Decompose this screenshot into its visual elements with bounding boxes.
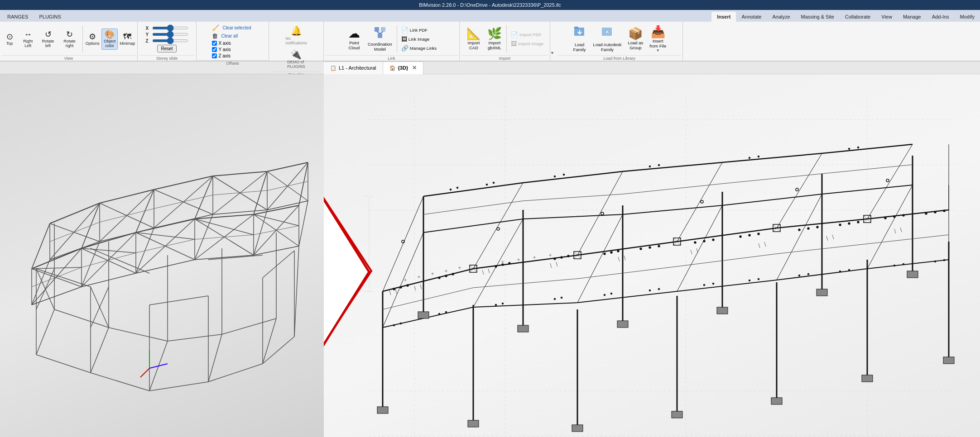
point-cloud-icon: ☁ bbox=[348, 28, 360, 39]
rotate-right-icon: ↻ bbox=[66, 30, 73, 38]
tab-annotate[interactable]: Annotate bbox=[736, 12, 767, 22]
svg-line-269 bbox=[556, 262, 557, 266]
right-3d-view[interactable] bbox=[324, 74, 980, 437]
view-tab-3d[interactable]: 🏠 {3D} ✕ bbox=[383, 62, 424, 74]
btn-load-autodesk-family[interactable]: A Load AutodeskFamily bbox=[591, 23, 625, 55]
checkbox-z-axis[interactable] bbox=[212, 53, 217, 58]
clear-selected-button[interactable]: Clear selected bbox=[221, 24, 253, 31]
svg-line-134 bbox=[677, 205, 722, 291]
svg-point-239 bbox=[749, 157, 750, 159]
svg-line-4 bbox=[380, 32, 383, 33]
tab-collaborate[interactable]: Collaborate bbox=[840, 12, 876, 22]
tab-massing[interactable]: Massing & Site bbox=[796, 12, 840, 22]
btn-link-pdf[interactable]: 📄 Link PDF bbox=[399, 26, 439, 34]
btn-import-cad-label: ImportCAD bbox=[468, 40, 480, 50]
btn-rotate-right[interactable]: ↻ Rotate right bbox=[59, 29, 81, 49]
svg-point-224 bbox=[807, 273, 809, 275]
svg-point-220 bbox=[712, 283, 714, 285]
checkbox-x-label: X axis bbox=[218, 41, 231, 46]
btn-load-as-group[interactable]: 📦 Load asGroup bbox=[625, 23, 646, 55]
demo-label: DEMO ofPLUGINS bbox=[287, 60, 305, 69]
view-tab-3d-close[interactable]: ✕ bbox=[412, 65, 417, 71]
btn-object-color[interactable]: 🎨 Objectcolor bbox=[101, 28, 118, 50]
link-small-buttons: 📄 Link PDF 🖼 Link Image 🔗 Manage Links bbox=[399, 23, 439, 55]
checkbox-z-row: Z axis bbox=[212, 53, 231, 58]
btn-manage-links-label: Manage Links bbox=[410, 46, 437, 51]
slider-x[interactable] bbox=[152, 27, 188, 29]
svg-point-202 bbox=[894, 216, 896, 218]
tab-analyze[interactable]: Analyze bbox=[767, 12, 795, 22]
tab-modify[interactable]: Modify bbox=[955, 12, 980, 22]
btn-top[interactable]: ⊙ Top bbox=[1, 31, 18, 47]
btn-import-pdf[interactable]: 📄 Import PDF bbox=[509, 30, 546, 39]
selected-label: selected bbox=[234, 25, 251, 30]
object-color-icon: 🎨 bbox=[105, 30, 115, 38]
svg-point-215 bbox=[604, 294, 605, 296]
btn-import-gbxml[interactable]: 🌿 ImportgbXML bbox=[485, 23, 504, 55]
reset-button[interactable]: Reset bbox=[157, 45, 176, 52]
svg-line-101 bbox=[140, 368, 149, 377]
svg-line-83 bbox=[208, 334, 222, 382]
btn-load-family[interactable]: LoadFamily bbox=[570, 23, 590, 55]
svg-line-131 bbox=[383, 233, 423, 328]
svg-line-266 bbox=[482, 270, 484, 275]
svg-rect-249 bbox=[377, 407, 388, 413]
svg-line-70 bbox=[32, 267, 82, 269]
svg-line-278 bbox=[894, 229, 896, 233]
demo-icon: 🔌 bbox=[290, 49, 302, 60]
svg-rect-257 bbox=[518, 325, 528, 332]
btn-rotate-left-label: Rotate left bbox=[40, 39, 55, 48]
btn-rotate-left[interactable]: ↺ Rotate left bbox=[38, 29, 58, 49]
svg-line-58 bbox=[32, 223, 50, 269]
svg-point-242 bbox=[857, 147, 859, 148]
btn-manage-links[interactable]: 🔗 Manage Links bbox=[399, 44, 439, 52]
svg-point-183 bbox=[604, 253, 606, 255]
btn-options[interactable]: ⚙ Options bbox=[84, 31, 101, 47]
import-image-icon: 🖼 bbox=[511, 40, 517, 47]
btn-coordination-model[interactable]: CoordinationModel bbox=[365, 23, 395, 55]
svg-line-87 bbox=[109, 328, 168, 341]
btn-load-autodesk-family-label: Load AutodeskFamily bbox=[593, 42, 622, 52]
svg-point-222 bbox=[758, 278, 759, 280]
svg-line-263 bbox=[395, 289, 397, 294]
tab-ranges[interactable]: RANGES bbox=[2, 12, 34, 22]
slider-z[interactable] bbox=[152, 39, 188, 42]
btn-link-image[interactable]: 🖼 Link Image bbox=[399, 35, 439, 43]
svg-line-268 bbox=[550, 263, 552, 268]
svg-point-218 bbox=[658, 288, 660, 290]
tab-plugins[interactable]: PLUGINS bbox=[34, 12, 66, 22]
view-tab-l1-architectural[interactable]: 📋 L1 - Architectural bbox=[324, 62, 383, 74]
btn-minimap[interactable]: 🗺 Minimap bbox=[119, 31, 136, 47]
svg-point-231 bbox=[450, 189, 452, 190]
clear-all-row: 🗑 Clear all bbox=[212, 33, 240, 39]
ribbon-content: ⊙ Top ↔ Right Left ↺ Rotate left ↻ Rotat… bbox=[0, 22, 980, 62]
demo-plugins-button[interactable]: 🔌 DEMO ofPLUGINS bbox=[285, 48, 307, 70]
checkbox-y-axis[interactable] bbox=[212, 47, 217, 52]
svg-point-181 bbox=[561, 256, 563, 259]
tab-insert[interactable]: Insert bbox=[711, 12, 736, 22]
btn-right-left[interactable]: ↔ Right Left bbox=[19, 29, 37, 49]
btn-point-cloud[interactable]: ☁ PointCloud bbox=[344, 23, 364, 55]
slider-y[interactable] bbox=[152, 33, 188, 36]
options-icon: ⚙ bbox=[89, 33, 96, 41]
clear-all-button[interactable]: Clear all bbox=[219, 33, 240, 39]
svg-rect-1 bbox=[381, 27, 385, 32]
svg-rect-2 bbox=[378, 33, 382, 38]
btn-insert-from-file[interactable]: 📥 Insertfrom File ▼ bbox=[647, 23, 669, 55]
checkbox-x-axis[interactable] bbox=[212, 41, 217, 46]
svg-line-72 bbox=[136, 233, 195, 239]
svg-point-214 bbox=[561, 297, 562, 299]
svg-point-174 bbox=[438, 277, 441, 279]
btn-import-cad[interactable]: 📐 ImportCAD bbox=[464, 23, 484, 55]
svg-point-247 bbox=[796, 188, 798, 191]
import-expand[interactable]: ▼ bbox=[550, 22, 556, 61]
svg-line-86 bbox=[54, 309, 109, 328]
btn-import-image[interactable]: 🖼 Import Image bbox=[509, 39, 546, 48]
tab-manage[interactable]: Manage bbox=[898, 12, 927, 22]
left-3d-view[interactable] bbox=[0, 74, 324, 437]
svg-point-192 bbox=[740, 236, 742, 238]
no-notifications-button[interactable]: 🔔 Nonotifications bbox=[283, 24, 309, 46]
svg-point-208 bbox=[400, 323, 402, 324]
tab-view[interactable]: View bbox=[876, 12, 898, 22]
tab-addins[interactable]: Add-Ins bbox=[927, 12, 955, 22]
